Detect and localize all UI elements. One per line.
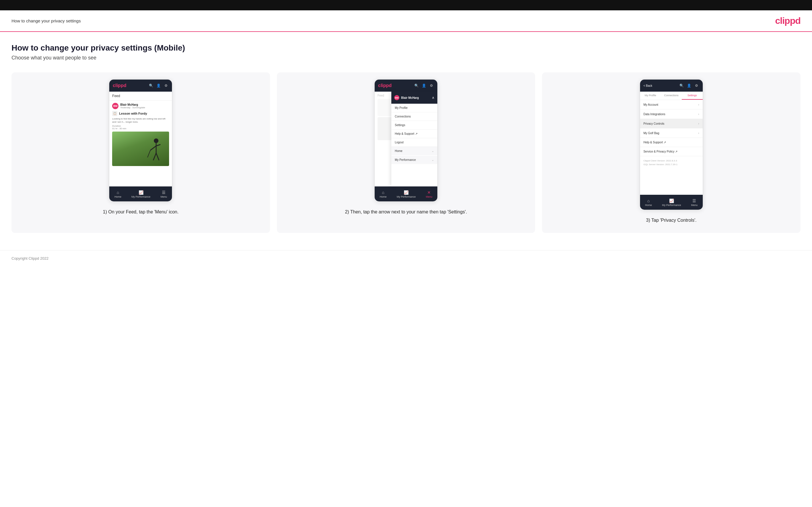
bottom-performance-1: 📈 My Performance bbox=[132, 190, 150, 198]
bottom-home-label-2: Home bbox=[380, 195, 387, 198]
tab-connections: Connections bbox=[661, 92, 682, 100]
phone-logo-1: clippd bbox=[113, 83, 126, 88]
menu-item-connections: Connections bbox=[391, 112, 437, 121]
menu-item-settings: Settings bbox=[391, 121, 437, 129]
phone-content-2: Feed BM Blair McHarg ∧ bbox=[375, 92, 437, 186]
bottom-home-label-1: Home bbox=[114, 195, 121, 198]
settings-item-privacy-controls: Privacy Controls › bbox=[640, 119, 703, 128]
menu-icon-3: ☰ bbox=[693, 199, 696, 203]
feed-post: BM Blair McHarg Yesterday · Sunningdale … bbox=[109, 101, 172, 168]
bottom-menu-label-1: Menu bbox=[160, 195, 167, 198]
bottom-home-2: ⌂ Home bbox=[380, 190, 387, 198]
chevron-my-account: › bbox=[698, 103, 699, 106]
profile-icon-3: 👤 bbox=[687, 83, 692, 88]
svg-line-2 bbox=[150, 146, 156, 150]
duration-value: 01 hr : 30 min bbox=[112, 127, 126, 130]
author-info: Blair McHarg Yesterday · Sunningdale bbox=[120, 103, 145, 109]
menu-section-home: Home ⌄ bbox=[391, 147, 437, 155]
menu-user-row: BM Blair McHarg ∧ bbox=[391, 92, 437, 104]
menu-panel: BM Blair McHarg ∧ My Profile Connections… bbox=[391, 92, 437, 186]
phone-logo-2: clippd bbox=[378, 83, 392, 88]
phone-nav-2: clippd 🔍 👤 ⚙ bbox=[375, 79, 437, 92]
bottom-performance-label-3: My Performance bbox=[662, 204, 681, 207]
menu-section-home-label: Home bbox=[395, 149, 403, 153]
chevron-golf-bag: › bbox=[698, 131, 699, 135]
svg-line-5 bbox=[156, 153, 159, 160]
performance-icon-3: 📈 bbox=[669, 199, 674, 203]
phone-mockup-1: clippd 🔍 👤 ⚙ Feed BM Blair McHarg bbox=[109, 79, 172, 202]
step-caption-1: 1) On your Feed, tap the 'Menu' icon. bbox=[103, 209, 179, 215]
phone-mockup-2: clippd 🔍 👤 ⚙ Feed bbox=[374, 79, 438, 202]
profile-icon: 👤 bbox=[156, 83, 161, 88]
page-subheading: Choose what you want people to see bbox=[11, 55, 801, 61]
svg-line-6 bbox=[148, 150, 150, 157]
settings-item-my-account: My Account › bbox=[640, 100, 703, 109]
menu-section-performance: My Performance ⌄ bbox=[391, 156, 437, 164]
home-icon-2: ⌂ bbox=[382, 190, 384, 195]
feed-description: Looking to feel like my hands are exitin… bbox=[112, 117, 169, 123]
lesson-icon: 📋 bbox=[112, 111, 117, 116]
lesson-title: Lesson with Fordy bbox=[119, 112, 147, 115]
settings-help-label: Help & Support ↗ bbox=[644, 141, 666, 144]
page-heading: How to change your privacy settings (Mob… bbox=[11, 43, 801, 53]
phone-mockup-3: < Back 🔍 👤 ⚙ My Profile Connections Sett… bbox=[640, 79, 703, 210]
menu-icon-1: ☰ bbox=[162, 190, 166, 195]
phone-bottom-3: ⌂ Home 📈 My Performance ☰ Menu bbox=[640, 195, 703, 210]
bottom-menu-3: ☰ Menu bbox=[691, 199, 698, 207]
back-button: < Back bbox=[644, 84, 652, 87]
logo: clippd bbox=[775, 15, 801, 26]
phone-bottom-1: ⌂ Home 📈 My Performance ☰ Menu bbox=[109, 186, 172, 202]
step-caption-2: 2) Then, tap the arrow next to your name… bbox=[345, 209, 467, 215]
settings-item-service-privacy: Service & Privacy Policy ↗ bbox=[640, 147, 703, 156]
copyright: Copyright Clippd 2022 bbox=[11, 256, 49, 261]
bottom-performance-label-2: My Performance bbox=[397, 195, 416, 198]
home-icon-3: ⌂ bbox=[647, 199, 650, 203]
phone-content-1: Feed BM Blair McHarg Yesterday · Sunning… bbox=[109, 92, 172, 186]
search-icon: 🔍 bbox=[148, 83, 154, 88]
search-icon-3: 🔍 bbox=[679, 83, 684, 88]
feed-duration: Duration 01 hr : 30 min bbox=[112, 125, 169, 130]
settings-golf-bag-label: My Golf Bag bbox=[644, 131, 659, 135]
phone-nav-1: clippd 🔍 👤 ⚙ bbox=[109, 79, 172, 92]
author-name: Blair McHarg bbox=[120, 103, 145, 106]
tab-my-profile: My Profile bbox=[640, 92, 661, 100]
svg-line-4 bbox=[153, 153, 156, 160]
settings-data-integrations-label: Data Integrations bbox=[644, 113, 665, 116]
bottom-home-3: ⌂ Home bbox=[645, 199, 652, 207]
tab-settings: Settings bbox=[682, 92, 703, 100]
settings-item-help: Help & Support ↗ bbox=[640, 138, 703, 147]
menu-section-performance-label: My Performance bbox=[395, 158, 416, 161]
bottom-close-label-2: Menu bbox=[426, 195, 433, 198]
step-card-2: clippd 🔍 👤 ⚙ Feed bbox=[277, 72, 536, 233]
phone-bottom-2: ⌂ Home 📈 My Performance ✕ Menu bbox=[375, 186, 437, 202]
settings-my-account-label: My Account bbox=[644, 103, 658, 106]
settings-icon: ⚙ bbox=[163, 83, 168, 88]
svg-line-3 bbox=[156, 145, 160, 146]
phone-content-3: My Account › Data Integrations › Privacy… bbox=[640, 100, 703, 195]
menu-user-info: BM Blair McHarg bbox=[394, 95, 419, 100]
phone-nav-icons-3: 🔍 👤 ⚙ bbox=[679, 83, 699, 88]
author-sub: Yesterday · Sunningdale bbox=[120, 106, 145, 109]
svg-point-0 bbox=[154, 138, 158, 143]
phone-nav-icons-2: 🔍 👤 ⚙ bbox=[414, 83, 434, 88]
bottom-performance-2: 📈 My Performance bbox=[397, 190, 416, 198]
performance-icon-1: 📈 bbox=[139, 190, 144, 195]
settings-version: Clippd Client Version: 2022.8.3-3GQL Ser… bbox=[640, 156, 703, 169]
feed-lesson-header: 📋 Lesson with Fordy bbox=[112, 111, 169, 116]
header-title: How to change your privacy settings bbox=[11, 18, 81, 23]
step-caption-3: 3) Tap 'Privacy Controls'. bbox=[646, 217, 697, 224]
menu-avatar: BM bbox=[394, 95, 399, 100]
settings-privacy-controls-label: Privacy Controls bbox=[644, 122, 664, 125]
profile-icon-2: 👤 bbox=[421, 83, 426, 88]
settings-back-nav: < Back 🔍 👤 ⚙ bbox=[640, 79, 703, 92]
step-card-1: clippd 🔍 👤 ⚙ Feed BM Blair McHarg bbox=[11, 72, 270, 233]
performance-icon-2: 📈 bbox=[404, 190, 409, 195]
search-icon-2: 🔍 bbox=[414, 83, 419, 88]
settings-item-data-integrations: Data Integrations › bbox=[640, 109, 703, 119]
menu-item-logout: Logout bbox=[391, 138, 437, 147]
steps-row: clippd 🔍 👤 ⚙ Feed BM Blair McHarg bbox=[11, 72, 801, 233]
bottom-menu-label-3: Menu bbox=[691, 204, 698, 207]
step-card-3: < Back 🔍 👤 ⚙ My Profile Connections Sett… bbox=[542, 72, 801, 233]
chevron-privacy-controls: › bbox=[698, 122, 699, 125]
chevron-home: ⌄ bbox=[432, 149, 434, 153]
